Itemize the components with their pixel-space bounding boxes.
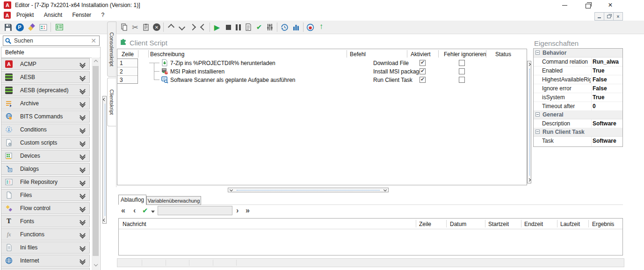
last-button[interactable]: »: [246, 207, 250, 214]
menu-ansicht[interactable]: Ansicht: [40, 10, 66, 20]
line-number[interactable]: 1: [117, 59, 137, 67]
col-befehl[interactable]: Befehl: [350, 51, 366, 58]
step-into-button[interactable]: [188, 22, 198, 32]
prop-group-behavior[interactable]: Behavior: [534, 49, 622, 58]
next-button[interactable]: ›: [236, 207, 239, 214]
sidebar-item-partial[interactable]: [1, 268, 90, 270]
prop-row[interactable]: Task Software: [534, 136, 622, 145]
tab-variablenueberwachung[interactable]: Variablenüberwachung: [146, 196, 201, 205]
mdi-close-button[interactable]: ×: [613, 12, 623, 21]
collapse-group-icon[interactable]: [535, 51, 540, 55]
run-button[interactable]: ▶: [212, 22, 222, 32]
script-row[interactable]: Software Scanner als geplante Aufgabe au…: [138, 75, 526, 84]
scroll-up-button[interactable]: [92, 58, 100, 66]
mdi-restore-button[interactable]: [604, 12, 614, 21]
aktiviert-checkbox[interactable]: [420, 60, 426, 66]
logcol-zeile[interactable]: Zeile: [419, 221, 431, 227]
menu-projekt[interactable]: Projekt: [12, 10, 38, 20]
menu-help[interactable]: ?: [97, 10, 109, 20]
tab-clientskript[interactable]: Clientskript: [107, 78, 116, 126]
mdi-minimize-button[interactable]: [594, 12, 604, 21]
sidebar-item-aesb[interactable]: AESB: [1, 71, 90, 83]
syntax-check-button[interactable]: ✔: [254, 22, 264, 32]
logcol-startzeit[interactable]: Startzeit: [488, 221, 509, 227]
logcol-datum[interactable]: Datum: [450, 221, 466, 227]
logcol-laufzeit[interactable]: Laufzeit: [560, 221, 580, 227]
logcol-endzeit[interactable]: Endzeit: [524, 221, 543, 227]
log-search-input[interactable]: [158, 206, 232, 215]
clear-search-icon[interactable]: ✕: [91, 37, 96, 44]
prop-row[interactable]: Ignore error False: [534, 84, 622, 93]
first-button[interactable]: «: [121, 207, 125, 214]
stop-button[interactable]: [223, 22, 233, 32]
col-status[interactable]: Status: [495, 51, 511, 58]
log-panel-splitter[interactable]: [228, 188, 389, 192]
dropdown-arrow-icon[interactable]: [151, 211, 155, 213]
repository-grid-button[interactable]: [38, 22, 48, 32]
menu-fenster[interactable]: Fenster: [68, 10, 95, 20]
prop-row[interactable]: HighestAvailableRig False: [534, 75, 622, 84]
step-out-button[interactable]: [198, 22, 209, 32]
prop-row[interactable]: isSystem True: [534, 93, 622, 102]
scroll-down-button[interactable]: [92, 260, 100, 268]
prop-row[interactable]: Timeout after 0: [534, 102, 622, 111]
previous-button[interactable]: ‹: [133, 207, 136, 214]
sidebar-item-flow-control[interactable]: Flow control: [1, 202, 90, 214]
sidebar-item-acmp[interactable]: A ACMP: [1, 58, 90, 70]
prop-group-general[interactable]: General: [534, 110, 622, 119]
logcol-ergebnis[interactable]: Ergebnis: [592, 221, 614, 227]
properties-splitter[interactable]: [527, 61, 531, 183]
script-row[interactable]: MSI Paket installieren Install MSI packa…: [138, 67, 526, 75]
pause-button[interactable]: [233, 22, 243, 32]
sidebar-item-fonts[interactable]: T Fonts: [1, 215, 90, 227]
upload-button[interactable]: ↑: [316, 22, 326, 32]
fehler-ignorieren-checkbox[interactable]: [459, 77, 465, 83]
collapse-group-icon[interactable]: [535, 112, 540, 117]
sidebar-item-devices[interactable]: Devices: [1, 150, 90, 162]
sidebar-item-aesb-deprecated[interactable]: AESB (deprecated): [1, 84, 90, 96]
sidebar-item-ini-files[interactable]: Ini files: [1, 241, 90, 254]
run-check-button[interactable]: ✔: [142, 206, 148, 215]
restore-button[interactable]: [581, 1, 595, 11]
move-down-button[interactable]: [177, 22, 187, 32]
sidebar-item-conditions[interactable]: Conditions: [1, 124, 90, 136]
col-zeile[interactable]: Zeile: [122, 51, 134, 58]
form-button[interactable]: [54, 22, 65, 32]
sidebar-item-dialogs[interactable]: Dialogs: [1, 163, 90, 175]
fehler-ignorieren-checkbox[interactable]: [459, 60, 465, 66]
project-button[interactable]: P: [14, 22, 25, 32]
layers-button[interactable]: [26, 22, 36, 32]
prop-row[interactable]: Command relation Run_alwa: [534, 57, 622, 66]
move-up-button[interactable]: [166, 22, 176, 32]
logcol-nachricht[interactable]: Nachricht: [123, 221, 146, 227]
sidebar-item-internet[interactable]: Internet: [1, 255, 90, 267]
sidebar-splitter[interactable]: [102, 96, 107, 224]
tab-ablauflog[interactable]: Ablauflog: [118, 195, 146, 205]
col-beschreibung[interactable]: Beschreibung: [150, 51, 184, 58]
save-button[interactable]: [3, 22, 13, 32]
sidebar-item-bits-commands[interactable]: BITS Commands: [1, 110, 90, 123]
aktiviert-checkbox[interactable]: [420, 77, 426, 83]
prop-row[interactable]: Description Software: [534, 119, 622, 128]
prop-row[interactable]: Enabled True: [534, 66, 622, 75]
record-button[interactable]: [305, 22, 315, 32]
script-row[interactable]: 7-Zip ins %PROJECTDIR% herunterladen Dow…: [138, 58, 526, 67]
settings-button[interactable]: [265, 22, 275, 32]
collapse-group-icon[interactable]: [535, 130, 540, 134]
sidebar-item-functions[interactable]: fx Functions: [1, 228, 90, 241]
history-button[interactable]: [279, 22, 289, 32]
sidebar-item-file-repository[interactable]: File Repository: [1, 176, 90, 188]
line-number[interactable]: 2: [117, 67, 137, 76]
sidebar-item-files[interactable]: Files: [1, 189, 90, 201]
fehler-ignorieren-checkbox[interactable]: [459, 68, 465, 74]
search-input[interactable]: [13, 37, 88, 44]
cut-button[interactable]: ✂: [130, 22, 140, 32]
minimize-button[interactable]: [557, 0, 572, 10]
col-fehler-ignorieren[interactable]: Fehler ignorieren: [444, 51, 486, 58]
sidebar-item-custom-scripts[interactable]: Custom scripts: [1, 137, 90, 149]
statistics-button[interactable]: [291, 22, 301, 32]
copy-button[interactable]: [119, 22, 130, 32]
log-report-button[interactable]: [243, 22, 253, 32]
scrollbar-thumb[interactable]: [93, 66, 99, 256]
sidebar-item-archive[interactable]: Archive: [1, 97, 90, 109]
